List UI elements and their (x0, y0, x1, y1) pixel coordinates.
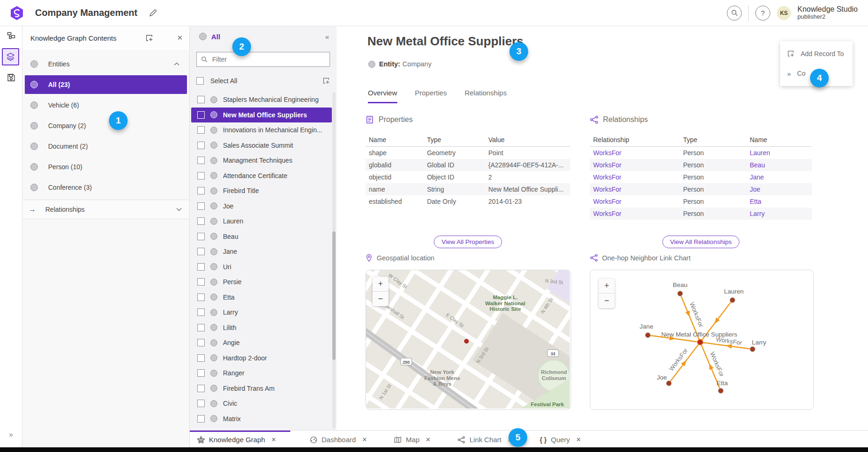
entity-type-item[interactable]: Conference (3) (25, 178, 187, 197)
table-link-cell[interactable]: WorksFor (590, 173, 683, 181)
tab-overview[interactable]: Overview (368, 89, 397, 103)
item-checkbox[interactable] (197, 369, 205, 377)
entity-type-item[interactable]: All (23) (25, 75, 187, 94)
view-all-properties-button[interactable]: View All Properties (434, 236, 502, 248)
list-item[interactable]: Firebird Title (190, 183, 332, 199)
edit-title-icon[interactable] (149, 9, 157, 17)
entity-type-item[interactable]: Company (2) (25, 116, 187, 135)
table-link-cell[interactable]: WorksFor (590, 149, 683, 157)
add-record-button-2[interactable] (323, 77, 330, 85)
list-item[interactable]: Civic (190, 396, 332, 411)
user-avatar[interactable]: KS (777, 6, 791, 20)
close-tab-icon[interactable]: ✕ (576, 436, 581, 443)
node-center[interactable] (697, 339, 703, 345)
item-checkbox[interactable] (197, 415, 205, 423)
item-checkbox[interactable] (197, 278, 205, 286)
item-checkbox[interactable] (197, 96, 205, 103)
view-all-relationships-button[interactable]: View All Relationships (662, 236, 740, 248)
table-link-cell[interactable]: WorksFor (590, 198, 683, 205)
item-checkbox[interactable] (197, 248, 205, 255)
list-item[interactable]: Attendance Certificate (190, 168, 332, 184)
list-item[interactable]: Lilith (190, 320, 332, 336)
zoom-in-button[interactable]: + (373, 277, 388, 292)
table-link-cell[interactable]: WorksFor (590, 161, 683, 169)
record-location-marker[interactable] (464, 339, 469, 344)
tab-relationships[interactable]: Relationships (465, 89, 507, 103)
list-item[interactable]: Managment Techniques (190, 153, 332, 168)
select-all-row[interactable]: Select All (196, 74, 330, 88)
entities-group-header[interactable]: Entities (25, 55, 187, 73)
save-tool-button[interactable] (0, 67, 22, 88)
expand-rail-button[interactable]: » (0, 430, 22, 439)
collapse-panel-button[interactable]: « (325, 33, 329, 41)
layers-tool-button[interactable] (2, 48, 19, 65)
table-link-cell[interactable]: WorksFor (590, 186, 683, 193)
item-checkbox[interactable] (197, 309, 205, 316)
list-item[interactable]: Innovations in Mechanical Engin... (190, 122, 332, 138)
close-tab-icon[interactable]: ✕ (362, 436, 367, 443)
zoom-in-button[interactable]: + (599, 279, 615, 294)
node-Jane[interactable] (646, 333, 651, 338)
item-checkbox[interactable] (197, 187, 205, 194)
item-checkbox[interactable] (197, 354, 205, 362)
node-Joe[interactable] (667, 381, 672, 386)
item-checkbox[interactable] (197, 324, 205, 331)
node-Larry[interactable] (750, 347, 755, 352)
context-menu-item[interactable]: Add Record To (780, 44, 853, 64)
scrollbar-thumb[interactable] (332, 231, 336, 360)
app-logo-icon[interactable] (10, 6, 24, 21)
close-tab-icon[interactable]: ✕ (425, 436, 430, 443)
list-item[interactable]: Etta (190, 290, 332, 305)
entity-type-item[interactable]: Person (10) (25, 158, 187, 176)
list-item[interactable]: Persie (190, 274, 332, 290)
list-item[interactable]: Sales Associate Summit (190, 138, 332, 153)
list-item[interactable]: Larry (190, 305, 332, 320)
item-checkbox[interactable] (197, 263, 205, 271)
table-link-cell[interactable]: Beau (750, 161, 812, 169)
table-link-cell[interactable]: Etta (750, 198, 812, 205)
view-tab-dashboard[interactable]: Dashboard✕ (302, 430, 374, 447)
hierarchy-tool-button[interactable] (0, 26, 22, 46)
list-item[interactable]: Ranger (190, 366, 332, 381)
list-item[interactable]: Hardtop 2-door (190, 351, 332, 366)
view-tab-knowledge-graph[interactable]: Knowledge Graph✕ (190, 430, 290, 447)
list-item[interactable]: Uri (190, 259, 332, 275)
link-chart-card[interactable]: + − WorksForWorksForWorksForWorksForNew … (590, 270, 814, 410)
geospatial-map-card[interactable]: + − 25033 W Clay StW Marshall StE Clay S… (366, 270, 571, 410)
item-checkbox[interactable] (197, 202, 205, 210)
search-button[interactable] (727, 6, 742, 21)
view-tab-map[interactable]: Map✕ (387, 430, 438, 447)
list-item[interactable]: Jane (190, 244, 332, 259)
node-Lauren[interactable] (730, 298, 735, 303)
list-item[interactable]: Lauren (190, 214, 332, 229)
item-checkbox[interactable] (197, 217, 205, 225)
table-link-cell[interactable]: Jane (750, 173, 812, 181)
list-item[interactable]: Joe (190, 199, 332, 214)
item-checkbox[interactable] (197, 172, 205, 179)
item-checkbox[interactable] (197, 126, 205, 134)
one-hop-link-chart[interactable]: WorksForWorksForWorksForWorksForNew Meta… (590, 270, 812, 409)
item-checkbox[interactable] (197, 385, 205, 392)
list-item[interactable]: Firebird Trans Am (190, 381, 332, 396)
view-tab-query[interactable]: { }Query✕ (532, 430, 589, 447)
item-checkbox[interactable] (197, 111, 205, 119)
entity-type-item[interactable]: Document (2) (25, 137, 187, 156)
node-Beau[interactable] (678, 291, 683, 296)
relationships-group-header[interactable]: → Relationships (22, 200, 189, 219)
item-checkbox[interactable] (197, 400, 205, 407)
list-item[interactable]: Angie (190, 335, 332, 351)
zoom-out-button[interactable]: − (373, 292, 388, 306)
close-tab-icon[interactable]: ✕ (271, 436, 276, 443)
filter-input[interactable] (211, 55, 330, 64)
table-link-cell[interactable]: WorksFor (590, 210, 683, 217)
item-checkbox[interactable] (197, 142, 205, 149)
user-info[interactable]: Knowledge Studio publisher2 (797, 5, 858, 21)
select-all-checkbox[interactable] (196, 77, 204, 85)
node-Etta[interactable] (718, 388, 724, 394)
table-link-cell[interactable]: Larry (750, 210, 812, 217)
list-item[interactable]: Staplers Mechanical Engineering (190, 92, 332, 108)
table-link-cell[interactable]: Lauren (750, 149, 812, 157)
close-panel-button[interactable]: ✕ (177, 34, 183, 42)
tab-properties[interactable]: Properties (415, 89, 447, 103)
list-item[interactable]: Beau (190, 229, 332, 244)
